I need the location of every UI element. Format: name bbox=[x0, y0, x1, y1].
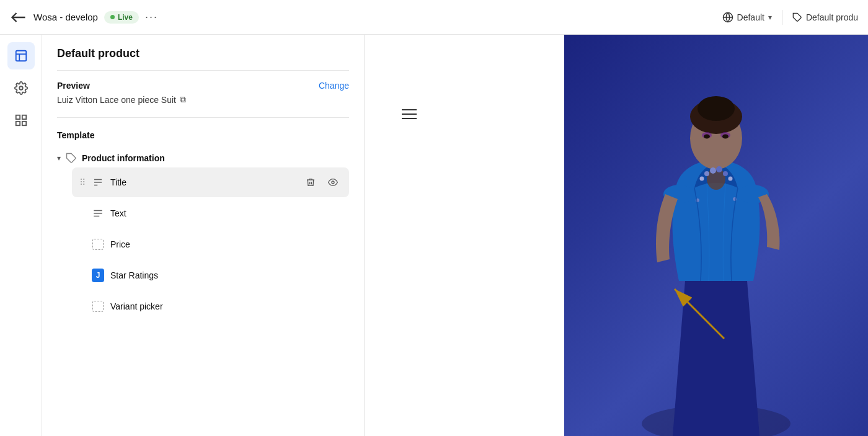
svg-point-36 bbox=[704, 171, 709, 176]
panel: Default product Preview Change Luiz Vitt… bbox=[42, 35, 365, 436]
title-item-label: Title bbox=[110, 177, 126, 187]
globe-icon bbox=[722, 12, 733, 23]
svg-point-19 bbox=[332, 243, 334, 246]
svg-point-21 bbox=[332, 305, 334, 308]
svg-point-38 bbox=[700, 177, 704, 181]
back-button[interactable] bbox=[10, 9, 27, 26]
visibility-button[interactable] bbox=[324, 298, 342, 315]
preview-row: Preview Change bbox=[57, 81, 349, 91]
variant-picker-icon bbox=[92, 300, 104, 313]
template-selector[interactable]: Default produ bbox=[792, 12, 858, 22]
sidebar-item-widgets[interactable] bbox=[7, 107, 35, 134]
widgets-icon bbox=[14, 113, 28, 127]
external-link-icon[interactable]: ⧉ bbox=[180, 94, 186, 105]
title-item-actions bbox=[302, 174, 342, 191]
main-layout: Default product Preview Change Luiz Vitt… bbox=[0, 0, 868, 436]
live-label: Live bbox=[118, 13, 133, 22]
view-label: Default bbox=[737, 12, 764, 22]
tree-item-variant-picker[interactable]: ⠿ Variant picker bbox=[72, 291, 349, 321]
live-badge: Live bbox=[104, 11, 139, 24]
chevron-down-icon: ▾ bbox=[768, 13, 772, 22]
delete-button[interactable] bbox=[302, 236, 319, 253]
product-image bbox=[564, 35, 868, 436]
icon-sidebar bbox=[0, 35, 42, 436]
layout-icon bbox=[14, 49, 28, 63]
panel-divider bbox=[57, 70, 349, 71]
text-item-label: Text bbox=[110, 208, 126, 218]
title-icon bbox=[92, 176, 104, 189]
svg-rect-6 bbox=[16, 115, 19, 119]
svg-point-29 bbox=[698, 96, 735, 121]
chevron-toggle-icon: ▾ bbox=[57, 154, 61, 162]
dashed-square-icon bbox=[92, 239, 104, 250]
topbar-left: Wosa - develop Live ··· bbox=[10, 9, 715, 26]
svg-point-39 bbox=[728, 177, 733, 181]
panel-title: Default product bbox=[57, 47, 349, 60]
preview-label: Preview bbox=[57, 81, 90, 91]
change-button[interactable]: Change bbox=[319, 81, 349, 91]
view-selector[interactable]: Default ▾ bbox=[722, 12, 772, 23]
svg-rect-9 bbox=[22, 122, 25, 125]
star-ratings-item-label: Star Ratings bbox=[110, 270, 158, 280]
app-title: Wosa - develop bbox=[33, 12, 98, 22]
section-header-label: Product information bbox=[82, 153, 165, 163]
svg-point-5 bbox=[19, 86, 23, 90]
svg-rect-8 bbox=[16, 122, 19, 125]
svg-point-33 bbox=[722, 135, 728, 139]
woman-figure bbox=[598, 64, 834, 436]
template-label: Default produ bbox=[806, 12, 858, 22]
ham-line-1 bbox=[402, 109, 417, 110]
svg-point-37 bbox=[723, 171, 728, 176]
preview-area bbox=[365, 35, 868, 436]
variant-picker-item-label: Variant picker bbox=[110, 301, 163, 311]
tree-item-text[interactable]: ⠿ Text bbox=[72, 198, 349, 228]
delete-button[interactable] bbox=[302, 298, 319, 315]
svg-point-18 bbox=[332, 212, 334, 215]
svg-point-32 bbox=[704, 135, 710, 139]
svg-point-20 bbox=[332, 274, 334, 277]
topbar-right: Default ▾ Default produ bbox=[722, 10, 858, 25]
tag-icon bbox=[792, 12, 802, 22]
sidebar-item-layout[interactable] bbox=[7, 42, 35, 69]
delete-button[interactable] bbox=[302, 267, 319, 284]
visibility-button[interactable] bbox=[324, 205, 342, 222]
tree-item-text-left: ⠿ Text bbox=[79, 207, 126, 220]
price-item-label: Price bbox=[110, 239, 130, 249]
svg-point-34 bbox=[710, 167, 716, 174]
tree-item-star-ratings[interactable]: ⠿ J Star Ratings bbox=[72, 260, 349, 290]
j-badge: J bbox=[92, 269, 104, 282]
svg-rect-7 bbox=[22, 115, 25, 119]
tree-section: ▾ Product information ⠿ bbox=[57, 149, 349, 321]
ham-line-3 bbox=[402, 118, 417, 119]
drag-handle-icon: ⠿ bbox=[79, 177, 86, 187]
dashed-square-icon bbox=[92, 301, 104, 312]
svg-rect-2 bbox=[16, 51, 26, 61]
product-name: Luiz Vitton Lace one piece Suit bbox=[57, 95, 176, 105]
template-section-label: Template bbox=[57, 130, 349, 140]
tree-section-header[interactable]: ▾ Product information bbox=[57, 149, 349, 167]
live-dot bbox=[110, 15, 115, 19]
gear-icon bbox=[14, 81, 28, 95]
delete-button[interactable] bbox=[302, 205, 319, 222]
more-button[interactable]: ··· bbox=[145, 11, 158, 24]
hamburger-menu bbox=[402, 109, 417, 119]
tree-children: ⠿ Title bbox=[57, 167, 349, 321]
delete-button[interactable] bbox=[302, 174, 319, 191]
visibility-button[interactable] bbox=[324, 267, 342, 284]
ham-line-2 bbox=[402, 113, 417, 115]
visibility-button[interactable] bbox=[324, 236, 342, 253]
svg-point-35 bbox=[716, 166, 722, 172]
tree-item-price-left: ⠿ Price bbox=[79, 238, 130, 251]
sidebar-item-settings[interactable] bbox=[7, 74, 35, 102]
tree-item-price[interactable]: ⠿ Price bbox=[72, 229, 349, 259]
tree-item-title[interactable]: ⠿ Title bbox=[72, 167, 349, 197]
tree-item-star-ratings-left: ⠿ J Star Ratings bbox=[79, 269, 158, 282]
tree-item-variant-picker-left: ⠿ Variant picker bbox=[79, 300, 163, 313]
visibility-button[interactable] bbox=[324, 174, 342, 191]
svg-point-23 bbox=[707, 167, 725, 190]
topbar: Wosa - develop Live ··· Default ▾ Defaul… bbox=[0, 0, 868, 35]
section-divider bbox=[57, 117, 349, 118]
topbar-divider bbox=[782, 10, 782, 25]
text-icon bbox=[92, 207, 104, 220]
preview-product: Luiz Vitton Lace one piece Suit ⧉ bbox=[57, 94, 349, 105]
